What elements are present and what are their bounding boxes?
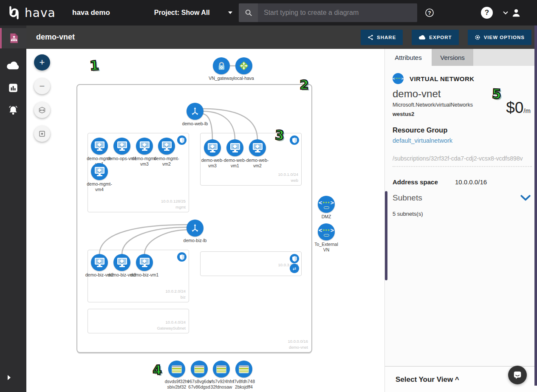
chat-widget-button[interactable] (508, 366, 527, 384)
virtual-network-icon: <●●●> (393, 73, 404, 84)
select-view-toggle[interactable]: Select Your View ^ (396, 375, 459, 384)
address-space-value: 10.0.0.0/16 (455, 178, 487, 186)
vm-icon (158, 138, 175, 155)
vm-icon (113, 138, 130, 155)
node-local-gateway[interactable]: local-hava (229, 57, 259, 81)
resource-group-link[interactable]: default_virtualnetwork (393, 137, 452, 144)
storage-account-icon (191, 361, 208, 378)
cloud-export-icon (418, 35, 426, 40)
help-outline-button[interactable]: ? (423, 0, 436, 25)
node-label: local-hava (234, 76, 254, 81)
node-label: demo-mgmt-vm4 (84, 181, 115, 192)
search-button[interactable] (239, 3, 258, 22)
share-button[interactable]: SHARE (361, 30, 403, 45)
export-button[interactable]: EXPORT (412, 30, 458, 45)
account-menu-toggle[interactable] (500, 0, 511, 25)
subnet-data[interactable]: ⇄ 10.0.3.0/24 data (200, 251, 302, 276)
question-circle-filled-icon: ? (481, 7, 493, 19)
tab-versions[interactable]: Versions (432, 49, 473, 66)
load-balancer-icon (187, 220, 203, 237)
subnet-cidr: 10.0.0.128/25 (161, 198, 186, 204)
storage-account-icon (235, 361, 252, 378)
app-window: hava hava demo Project: Show All ? ? (0, 0, 537, 392)
node-peering-external[interactable]: <●●●> To_External VN (311, 223, 342, 253)
fit-view-button[interactable] (34, 102, 50, 118)
node-label: To_External VN (311, 242, 342, 253)
annotation-marker-1: 1 (89, 57, 99, 73)
nsg-shield-icon (177, 252, 187, 262)
node-vm[interactable]: demo-web-vm2 (242, 139, 273, 169)
load-balancer-icon (187, 103, 203, 120)
sidebar-item-alerts[interactable] (0, 100, 26, 121)
fit-view-icon (38, 106, 46, 114)
subnet-cidr: 10.0.4.0/24 (157, 319, 186, 325)
vm-icon (91, 138, 108, 155)
center-view-icon (38, 130, 46, 138)
sidebar-item-environments[interactable] (0, 28, 26, 48)
vm-icon (204, 139, 221, 156)
zoom-in-button[interactable]: + (34, 54, 50, 71)
route-table-icon: ⇄ (290, 264, 299, 273)
node-web-load-balancer[interactable]: demo-web-lb (180, 103, 210, 127)
project-selector[interactable]: Project: Show All (154, 9, 233, 17)
node-biz-load-balancer[interactable]: demo-biz-lb (180, 220, 210, 243)
diagram-document-icon (8, 32, 20, 45)
workspace-name: hava demo (72, 8, 110, 17)
node-peering-dmz[interactable]: <●●●> DMZ (311, 196, 342, 220)
search-icon (245, 9, 252, 17)
vnet-peering-icon: <●●●> (318, 196, 335, 213)
node-vm[interactable]: demo-mgmt-vm4 (84, 163, 115, 192)
resource-type-label: VIRTUAL NETWORK (410, 75, 474, 82)
zoom-in-glyph: + (40, 57, 45, 68)
node-label: DMZ (322, 214, 331, 220)
cost-estimate: $0/m (506, 99, 531, 117)
diagram-search (239, 3, 417, 22)
search-input[interactable] (258, 3, 417, 22)
subnet-gateway[interactable]: 10.0.4.0/24 GatewaySubnet (88, 309, 189, 333)
hava-logo[interactable]: hava (0, 5, 66, 21)
subscription-path: /subscriptions/32rf32f-cda7-cdj2-vcsx8-v… (393, 155, 532, 167)
diagram-canvas[interactable]: + − 10.0.0.0/16 demo-vnet (26, 49, 384, 392)
chevron-down-icon (503, 11, 508, 14)
zoom-out-button[interactable]: − (34, 78, 50, 94)
header-actions: SHARE EXPORT VIEW OPTIONS (361, 30, 531, 45)
node-label: demo-biz-vm1 (130, 272, 159, 278)
chevron-down-icon (520, 195, 531, 201)
node-vm[interactable]: demo-biz-vm1 (129, 254, 160, 278)
subnets-expander[interactable]: Subnets (393, 193, 531, 203)
storage-account-icon (213, 361, 230, 378)
sidebar-expand-button[interactable] (7, 375, 11, 382)
left-sidebar (0, 25, 26, 392)
node-vm[interactable]: demo-mgmt-vm2 (151, 138, 182, 167)
view-options-button[interactable]: VIEW OPTIONS (468, 30, 531, 45)
resource-kind: Microsoft.Network/virtualNetworks (393, 102, 473, 108)
caret-down-icon (228, 11, 233, 14)
diagram-header-bar: demo-vnet SHARE EXPORT VIEW OPTIONS (26, 25, 537, 49)
sidebar-item-stats[interactable] (0, 78, 26, 98)
vm-icon (91, 163, 108, 180)
user-icon (512, 8, 521, 17)
help-button[interactable]: ? (480, 0, 494, 25)
subnet-name: GatewaySubnet (157, 325, 186, 331)
center-view-button[interactable] (34, 126, 50, 142)
project-selector-label: Project: Show All (154, 9, 210, 17)
sidebar-item-sources[interactable] (0, 55, 26, 76)
cost-amount: $0 (506, 99, 523, 116)
vnet-cidr: 10.0.0.0/16 (288, 338, 308, 344)
subnet-label: 10.0.4.0/24 GatewaySubnet (157, 319, 186, 332)
node-label: demo-web-lb (182, 121, 208, 127)
window-scrollbar[interactable] (534, 25, 537, 386)
subnet-name: biz (165, 294, 186, 300)
panel-tabs: Attributes Versions (385, 49, 537, 66)
panel-body: <●●●> VIRTUAL NETWORK demo-vnet Microsof… (385, 66, 537, 366)
logo-text: hava (25, 6, 56, 20)
tab-attributes[interactable]: Attributes (385, 49, 432, 66)
node-storage-account[interactable]: f7v8fdh748 2bksjdff4 (229, 361, 259, 390)
view-options-button-label: VIEW OPTIONS (484, 35, 525, 40)
panel-scrollbar[interactable] (385, 191, 387, 280)
vpn-gateway-lock-icon (213, 57, 230, 74)
subnet-label: 10.0.2.0/24 biz (165, 288, 186, 301)
gear-icon (475, 34, 480, 40)
user-avatar-button[interactable] (510, 0, 523, 25)
vm-icon (226, 139, 243, 156)
